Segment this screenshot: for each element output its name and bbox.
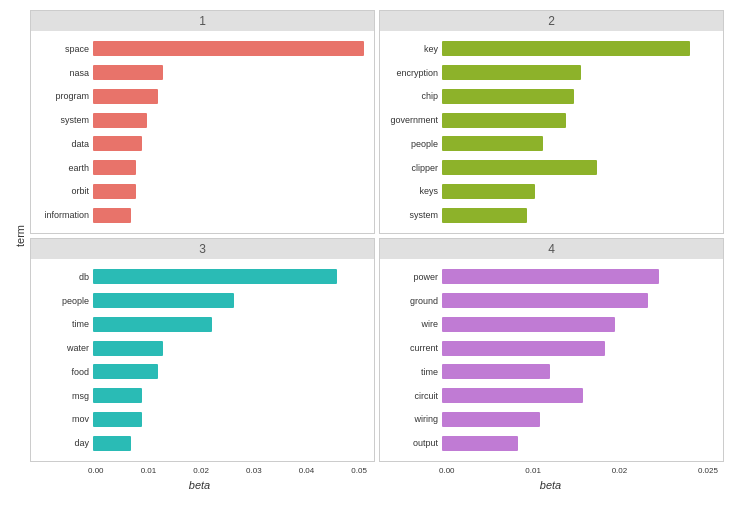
bar-label: nasa [31,68,93,78]
bar-area [442,203,713,227]
bar-label: day [31,438,93,448]
bar-label: encryption [380,68,442,78]
bar-area [442,85,713,109]
bar-area [442,180,713,204]
bar-row: time [31,313,364,337]
bar-label: orbit [31,186,93,196]
bottom-row: 3dbpeopletimewaterfoodmsgmovday4powergro… [30,238,724,462]
bar [93,184,136,199]
bar [442,269,659,284]
bar-row: wiring [380,408,713,432]
bar-row: mov [31,408,364,432]
bar-row: chip [380,85,713,109]
bar-row: clipper [380,156,713,180]
bar [442,412,540,427]
bar-area [442,265,713,289]
bar-label: mov [31,414,93,424]
x-axis-panel-4: 0.000.010.020.025 [377,466,724,475]
bar-label: ground [380,296,442,306]
bar-area [93,132,364,156]
bar-row: keys [380,180,713,204]
bar [93,412,142,427]
chart-container: term 1spacenasaprogramsystemdataearthorb… [0,0,734,521]
bar-row: program [31,85,364,109]
x-axis-row: 0.000.010.020.030.040.050.000.010.020.02… [26,466,724,475]
bar-row: people [31,289,364,313]
bar-label: program [31,91,93,101]
bar-row: people [380,132,713,156]
bar-label: key [380,44,442,54]
x-tick: 0.01 [525,466,541,475]
bar [93,317,212,332]
bar-row: db [31,265,364,289]
bar-label: output [380,438,442,448]
bar-row: day [31,431,364,455]
bar-area [442,431,713,455]
bar [93,89,158,104]
bar-row: system [380,203,713,227]
bar-label: wiring [380,414,442,424]
x-label-2: beta [377,479,724,491]
panel-title-1: 1 [31,11,374,31]
bar-label: space [31,44,93,54]
panel-title-4: 4 [380,239,723,259]
bar [93,208,131,223]
bar-label: data [31,139,93,149]
x-tick: 0.01 [141,466,157,475]
bar-label: circuit [380,391,442,401]
bar-row: time [380,360,713,384]
bar [93,341,163,356]
bar [93,41,364,56]
bar-row: encryption [380,61,713,85]
bar-area [442,408,713,432]
bar-area [442,156,713,180]
bar-area [93,360,364,384]
bar-label: power [380,272,442,282]
bar-label: msg [31,391,93,401]
bar-row: government [380,108,713,132]
bar-row: orbit [31,180,364,204]
bar-row: wire [380,313,713,337]
bar-label: earth [31,163,93,173]
bar [442,89,574,104]
x-tick: 0.00 [439,466,455,475]
bar-area [93,431,364,455]
bar-label: clipper [380,163,442,173]
bar [93,388,142,403]
bar-label: time [380,367,442,377]
x-tick: 0.025 [698,466,718,475]
bar [442,341,605,356]
panel-1: 1spacenasaprogramsystemdataearthorbitinf… [30,10,375,234]
bar-label: wire [380,319,442,329]
bar-area [93,408,364,432]
x-tick: 0.02 [612,466,628,475]
bar-label: information [31,210,93,220]
panel-3: 3dbpeopletimewaterfoodmsgmovday [30,238,375,462]
bar-label: current [380,343,442,353]
bar-row: power [380,265,713,289]
bar [93,436,131,451]
x-tick: 0.04 [299,466,315,475]
bar-row: msg [31,384,364,408]
panel-2: 2keyencryptionchipgovernmentpeopleclippe… [379,10,724,234]
bar-label: chip [380,91,442,101]
y-axis-label: term [10,10,30,462]
bar [442,436,518,451]
bar [442,136,543,151]
bar [442,293,648,308]
bar [93,113,147,128]
bar [442,364,550,379]
charts-and-yaxis: term 1spacenasaprogramsystemdataearthorb… [10,10,724,462]
bar-area [442,360,713,384]
bar-area [93,289,364,313]
bar [442,184,535,199]
charts-grid: 1spacenasaprogramsystemdataearthorbitinf… [30,10,724,462]
bar [93,364,158,379]
bar-area [93,156,364,180]
bar [93,160,136,175]
bar [93,269,337,284]
x-tick: 0.00 [88,466,104,475]
panel-4: 4powergroundwirecurrenttimecircuitwiring… [379,238,724,462]
bar-label: water [31,343,93,353]
bar-row: circuit [380,384,713,408]
